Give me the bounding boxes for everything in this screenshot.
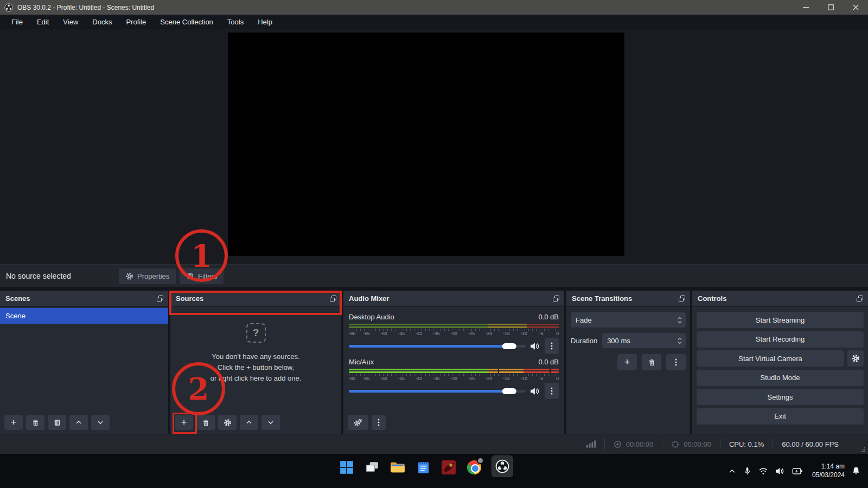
close-button[interactable] [843,0,868,15]
tick-label: -15 [503,376,509,381]
move-source-up-button[interactable] [240,415,258,430]
source-properties-button[interactable] [218,415,237,430]
duration-spinbox[interactable]: 300 ms [602,333,686,348]
menu-file[interactable]: File [4,15,30,29]
start-streaming-button[interactable]: Start Streaming [697,312,864,328]
notifications-bell-icon[interactable] [852,466,860,476]
controls-panel: Controls Start Streaming Start Recording… [692,291,868,434]
obs-logo-icon [495,459,509,473]
dots-vertical-icon [378,418,380,427]
scene-list-item[interactable]: Scene [0,308,168,324]
stream-timer: 00:00:00 [605,440,662,448]
spinner-arrows-icon[interactable] [677,336,682,345]
tray-speaker-icon[interactable] [775,467,785,476]
popout-icon[interactable] [552,294,560,303]
volume-slider[interactable] [349,384,526,398]
scenes-title: Scenes [5,294,30,303]
menu-view[interactable]: View [56,15,85,29]
slider-handle[interactable] [502,343,516,349]
resize-grip[interactable] [860,447,866,452]
spinner-arrows-icon[interactable] [677,316,682,325]
tick-label: 0 [556,376,559,381]
remove-transition-button[interactable] [642,354,661,370]
gear-icon [224,419,232,427]
slider-handle[interactable] [502,388,516,394]
maximize-button[interactable] [818,0,843,15]
signal-bars-icon [586,440,596,448]
popout-icon[interactable] [856,294,864,303]
tick-label: -30 [450,376,457,381]
speaker-icon[interactable] [530,387,540,396]
meter-scale: -60 -55 -50 -45 -40 -35 -30 -25 -20 -15 … [349,329,559,337]
speaker-icon[interactable] [530,342,540,351]
task-view-button[interactable] [364,459,380,476]
start-button[interactable] [339,459,355,476]
channel-menu-button[interactable] [545,383,559,399]
menu-tools[interactable]: Tools [220,15,251,29]
notepad-button[interactable] [415,459,431,476]
clock-time: 1:14 am [812,463,845,471]
add-transition-button[interactable]: + [617,354,637,370]
move-scene-up-button[interactable] [69,415,88,430]
menu-docks[interactable]: Docks [85,15,119,29]
popout-icon[interactable] [329,294,337,303]
tick-label: -50 [380,331,387,336]
controls-header[interactable]: Controls [692,291,868,307]
microphone-icon[interactable] [743,466,751,476]
taskbar-clock[interactable]: 1:14 am 05/03/2024 [812,463,845,479]
transition-menu-button[interactable] [666,354,686,370]
move-source-down-button[interactable] [261,415,280,430]
filters-button[interactable]: Filters [180,268,224,284]
file-explorer-button[interactable] [390,459,406,476]
transition-select[interactable]: Fade [571,312,686,328]
wifi-icon[interactable] [758,467,768,475]
sources-header[interactable]: Sources [170,291,341,307]
menu-scene-collection[interactable]: Scene Collection [153,15,220,29]
preview-canvas[interactable] [228,33,624,256]
question-mark-icon: ? [246,323,266,343]
menu-help[interactable]: Help [251,15,279,29]
tray-chevron-up-icon[interactable] [728,467,736,475]
minimize-button[interactable] [793,0,818,15]
exit-button[interactable]: Exit [697,408,864,425]
properties-button[interactable]: Properties [119,268,176,284]
game-app-button[interactable] [441,459,457,476]
battery-icon[interactable] [792,467,803,475]
remove-source-button[interactable] [196,415,215,430]
tick-label: -60 [349,376,355,381]
scenes-header[interactable]: Scenes [0,291,168,307]
chrome-button[interactable] [466,459,482,476]
start-recording-button[interactable]: Start Recording [697,331,864,348]
fps-indicator: 60.00 / 60.00 FPS [773,440,847,448]
add-scene-button[interactable]: + [4,415,23,430]
tick-label: -15 [503,331,509,336]
settings-button[interactable]: Settings [697,389,864,405]
channel-menu-button[interactable] [545,338,559,354]
move-scene-down-button[interactable] [91,415,110,430]
cpu-usage: CPU: 0.1% [720,440,773,448]
channel-name: Mic/Aux [349,358,374,366]
tick-label: -35 [433,331,439,336]
plus-icon: + [624,357,630,368]
advanced-audio-button[interactable] [348,415,368,430]
studio-mode-button[interactable]: Studio Mode [697,370,864,386]
popout-icon[interactable] [156,294,164,303]
add-source-button[interactable]: + [175,415,193,430]
popout-icon[interactable] [678,294,686,303]
volume-slider[interactable] [349,339,526,353]
tick-label: -35 [433,376,439,381]
mixer-menu-button[interactable] [372,415,386,430]
obs-taskbar-button[interactable] [492,455,513,477]
scene-transitions-header[interactable]: Scene Transitions [566,291,690,307]
virtual-camera-settings-button[interactable] [847,350,864,367]
plus-icon: + [10,417,16,428]
duration-value: 300 ms [607,337,630,345]
menu-edit[interactable]: Edit [30,15,56,29]
start-virtual-camera-button[interactable]: Start Virtual Camera [697,350,844,367]
audio-mixer-header[interactable]: Audio Mixer [343,291,564,307]
menu-profile[interactable]: Profile [119,15,153,29]
sources-empty-line-1: You don't have any sources. [210,351,302,362]
remove-scene-button[interactable] [26,415,44,430]
sources-empty-state: ? You don't have any sources. Click the … [170,323,341,384]
scene-filters-button[interactable] [48,415,66,430]
